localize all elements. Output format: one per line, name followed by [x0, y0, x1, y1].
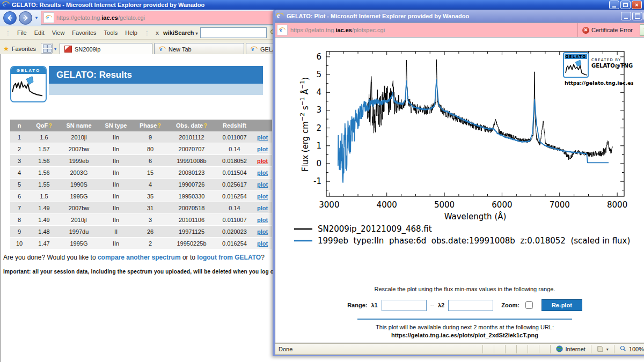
- status-text: Done: [275, 346, 482, 352]
- svg-text:7000: 7000: [550, 200, 570, 210]
- protected-mode-control[interactable]: ▾: [591, 345, 614, 353]
- svg-text:3000: 3000: [319, 200, 339, 210]
- cell-sn_name: 1995G: [60, 190, 98, 202]
- forward-button[interactable]: [19, 11, 32, 25]
- cell-phase: 4: [134, 179, 167, 190]
- plot-link[interactable]: plot: [257, 181, 268, 188]
- cell-sn_name: 2007bw: [60, 202, 98, 214]
- cell-sn_name: 1995G: [60, 238, 98, 249]
- table-row: 11.62010jlIIn9201011120.011007plot: [10, 131, 272, 143]
- desktop: e GELATO: Results - Microsoft Internet E…: [0, 0, 644, 362]
- table-row: 41.562003GIIn15200301230.011504plot: [10, 167, 272, 179]
- cell-redshift: 0.14: [216, 202, 253, 214]
- search-provider-label[interactable]: wikiSearch ▾: [163, 29, 198, 36]
- quick-tabs-icon[interactable]: [41, 43, 53, 54]
- certificate-error-badge[interactable]: ✕ Certificate Error: [577, 23, 637, 37]
- cell-obs_date: 20101112: [167, 131, 216, 143]
- logout-link[interactable]: logout from GELATO: [197, 254, 261, 261]
- table-row: 91.481997duII26199711250.020023plot: [10, 226, 272, 238]
- cell-obs_date: 19971125: [167, 226, 216, 238]
- menu-item-help[interactable]: Help: [121, 28, 141, 37]
- lambda2-label: λ2: [438, 302, 444, 308]
- cell-sn_type: IIn: [98, 167, 134, 179]
- plot-statusbar: Done Internet ▾ 100% ▾: [275, 343, 644, 355]
- cell-qof: 1.55: [28, 179, 60, 190]
- url-text[interactable]: https://gelato.tng.iac.es/plotspec.cgi: [290, 27, 575, 33]
- plot-link[interactable]: plot: [257, 205, 268, 211]
- cell-n: 4: [10, 167, 28, 179]
- menu-item-favorites[interactable]: Favorites: [68, 28, 100, 37]
- restore-button[interactable]: [620, 1, 631, 9]
- help-question-icon[interactable]: ?: [203, 122, 207, 129]
- help-question-icon[interactable]: ?: [157, 122, 161, 129]
- menu-item-view[interactable]: View: [48, 28, 69, 37]
- favorites-star-icon[interactable]: ★: [3, 45, 9, 53]
- cell-redshift: 0.011007: [216, 131, 253, 143]
- compare-another-spectrum-link[interactable]: compare another spectrum: [98, 254, 181, 261]
- table-row: 21.572007bwIIn80200707070.14plot: [10, 143, 272, 155]
- favicon-icon: e: [43, 12, 54, 23]
- zoom-control[interactable]: 100% ▾: [614, 345, 644, 353]
- col-header-obs-date[interactable]: Obs. date?: [167, 120, 216, 131]
- close-button[interactable]: ×: [632, 1, 642, 9]
- gelato-logo: GELATO: [10, 66, 47, 102]
- table-row: 51.551990SIIn4199007260.025617plot: [10, 179, 272, 190]
- cell-n: 1: [10, 131, 28, 143]
- cell-redshift: 0.018052: [216, 155, 253, 167]
- lambda1-input[interactable]: [382, 300, 427, 311]
- plot-url-note: This plot will be available during next …: [275, 324, 644, 330]
- table-row: 71.492007bwIIn31200705180.14plot: [10, 202, 272, 214]
- menu-item-tools[interactable]: Tools: [100, 28, 122, 37]
- maximize-button[interactable]: [632, 12, 642, 20]
- lambda2-input[interactable]: [448, 300, 493, 311]
- favorites-label[interactable]: Favorites: [12, 46, 36, 52]
- recent-pages-caret-icon[interactable]: ▼: [34, 16, 39, 20]
- svg-text:4: 4: [316, 87, 321, 97]
- col-header-qof[interactable]: QoF?: [28, 120, 60, 131]
- tab-new-tab[interactable]: eNew Tab: [154, 43, 244, 55]
- tab-list-caret-icon[interactable]: ▾: [54, 47, 56, 51]
- cell-phase: 35: [134, 190, 167, 202]
- cell-phase: 6: [134, 155, 167, 167]
- plot-link[interactable]: plot: [257, 193, 268, 200]
- svg-text:1: 1: [316, 141, 321, 151]
- zoom-label: Zoom:: [501, 302, 519, 308]
- cell-redshift: 0.14: [216, 143, 253, 155]
- col-header-phase[interactable]: Phase?: [134, 120, 167, 131]
- search-input[interactable]: [200, 27, 267, 38]
- cell-redshift: 0.016254: [216, 190, 253, 202]
- url-text: https://gelato.tng.iac.es/gelato.cgi: [56, 14, 145, 21]
- svg-text:2: 2: [316, 123, 321, 133]
- replot-button[interactable]: Re-plot: [541, 299, 582, 311]
- plot-link[interactable]: plot: [257, 146, 268, 152]
- help-question-icon[interactable]: ?: [48, 122, 52, 129]
- plot-link[interactable]: plot: [257, 169, 268, 176]
- table-row: 81.492010jlIIn3201011060.011007plot: [10, 214, 272, 226]
- svg-text:3: 3: [316, 105, 321, 115]
- plot-link[interactable]: plot: [257, 217, 268, 223]
- plot-link[interactable]: plot: [257, 228, 268, 235]
- plot-titlebar: e GELATO: Plot - Microsoft Internet Expl…: [275, 10, 644, 23]
- svg-text:6000: 6000: [492, 200, 512, 210]
- plot-link[interactable]: plot: [257, 240, 268, 247]
- svg-text:SN2009ip_20121009_468.fit: SN2009ip_20121009_468.fit: [318, 224, 432, 234]
- plot-window: e GELATO: Plot - Microsoft Internet Expl…: [273, 10, 644, 356]
- zoom-checkbox[interactable]: [525, 301, 533, 309]
- col-header-plot: [253, 120, 272, 131]
- plot-link[interactable]: plot: [257, 158, 268, 164]
- minimize-button[interactable]: [621, 12, 631, 20]
- range-label: Range:: [347, 302, 367, 308]
- tab-sn2009ip[interactable]: SN2009ip: [60, 43, 152, 55]
- cell-obs_date: 20070707: [167, 143, 216, 155]
- cell-sn_name: 2010jl: [60, 131, 98, 143]
- plot-link[interactable]: plot: [257, 134, 268, 141]
- menu-item-file[interactable]: File: [13, 28, 31, 37]
- svg-text:-1: -1: [313, 176, 321, 186]
- refresh-button[interactable]: ↻: [640, 24, 644, 36]
- minimize-button[interactable]: [609, 1, 619, 9]
- toolbar-close-icon[interactable]: x: [156, 29, 159, 36]
- back-button[interactable]: [3, 11, 17, 25]
- cell-sn_type: IIn: [98, 214, 134, 226]
- menu-item-edit[interactable]: Edit: [31, 28, 48, 37]
- cell-sn_type: II: [98, 226, 134, 238]
